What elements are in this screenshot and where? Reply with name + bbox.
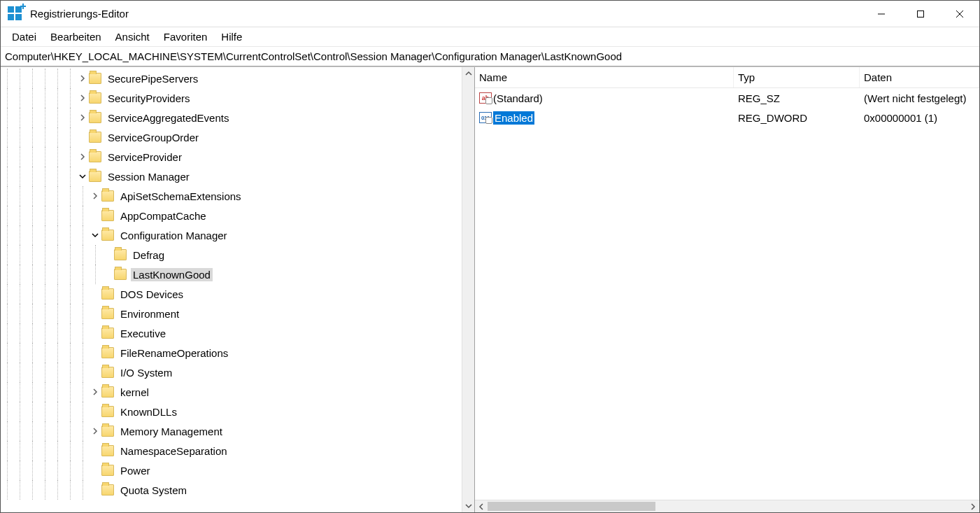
tree-pane: SecurePipeServersSecurityProvidersServic… <box>1 67 475 512</box>
folder-icon <box>89 151 101 162</box>
folder-icon <box>101 328 114 339</box>
tree-node-label: SecurityProviders <box>106 92 192 105</box>
window-controls <box>862 1 979 27</box>
chevron-right-icon[interactable] <box>76 94 89 101</box>
folder-icon <box>101 367 114 378</box>
folder-icon <box>101 406 114 417</box>
folder-icon <box>89 73 101 84</box>
tree-node[interactable]: Quota System <box>1 480 462 500</box>
value-row[interactable]: 011EnabledREG_DWORD0x00000001 (1) <box>475 108 979 127</box>
tree-node[interactable]: LastKnownGood <box>1 265 462 284</box>
tree-node[interactable]: Configuration Manager <box>1 225 462 245</box>
scroll-up-icon[interactable] <box>462 67 475 80</box>
folder-icon <box>101 445 114 456</box>
chevron-right-icon[interactable] <box>76 75 89 82</box>
menu-bearbeiten[interactable]: Bearbeiten <box>43 29 108 44</box>
chevron-right-icon[interactable] <box>76 153 89 160</box>
folder-icon <box>89 112 101 123</box>
tree-node[interactable]: Executive <box>1 323 462 343</box>
tree-node[interactable]: ServiceGroupOrder <box>1 127 462 147</box>
header-name[interactable]: Name <box>475 67 734 87</box>
tree-node[interactable]: ServiceAggregatedEvents <box>1 108 462 127</box>
tree-node-label: ServiceGroupOrder <box>106 131 201 144</box>
close-button[interactable] <box>940 1 979 27</box>
menu-datei[interactable]: Datei <box>5 29 43 44</box>
tree-node[interactable]: Defrag <box>1 245 462 265</box>
tree-node[interactable]: kernel <box>1 382 462 402</box>
scroll-left-icon[interactable] <box>475 500 488 513</box>
folder-icon <box>101 210 114 221</box>
hscroll-track[interactable] <box>488 500 967 512</box>
chevron-right-icon[interactable] <box>89 388 101 395</box>
tree-node-label: Power <box>118 464 152 477</box>
tree-node-label: Environment <box>118 307 181 321</box>
registry-editor-window: Registrierungs-Editor DateiBearbeitenAns… <box>0 0 980 513</box>
main-split: SecurePipeServersSecurityProvidersServic… <box>1 66 979 512</box>
tree-node[interactable]: SecurityProviders <box>1 88 462 108</box>
tree-node[interactable]: I/O System <box>1 363 462 382</box>
value-name: (Standard) <box>493 92 543 104</box>
tree-node[interactable]: Environment <box>1 304 462 323</box>
tree-node-label: Configuration Manager <box>118 229 229 242</box>
value-data: 0x00000001 (1) <box>860 112 979 124</box>
menu-hilfe[interactable]: Hilfe <box>214 29 249 44</box>
folder-icon <box>101 190 114 202</box>
values-header: Name Typ Daten <box>475 67 979 88</box>
tree-node[interactable]: AppCompatCache <box>1 206 462 225</box>
chevron-right-icon[interactable] <box>89 192 101 199</box>
value-data: (Wert nicht festgelegt) <box>860 92 979 104</box>
menu-ansicht[interactable]: Ansicht <box>108 29 157 44</box>
tree-node-label: SecurePipeServers <box>106 72 200 85</box>
tree-node[interactable]: KnownDLLs <box>1 402 462 421</box>
tree-node[interactable]: ApiSetSchemaExtensions <box>1 186 462 206</box>
folder-icon <box>89 132 101 143</box>
svg-rect-1 <box>918 10 924 17</box>
app-icon <box>8 6 23 22</box>
tree-node-label: ServiceAggregatedEvents <box>106 111 231 125</box>
chevron-right-icon[interactable] <box>76 114 89 121</box>
tree-node-label: ServiceProvider <box>106 150 184 164</box>
tree-node-label: DOS Devices <box>118 288 185 301</box>
hscroll-thumb[interactable] <box>488 502 655 511</box>
tree-node-label: FileRenameOperations <box>118 346 230 360</box>
registry-tree[interactable]: SecurePipeServersSecurityProvidersServic… <box>1 67 462 500</box>
tree-node[interactable]: FileRenameOperations <box>1 343 462 363</box>
address-text: Computer\HKEY_LOCAL_MACHINE\SYSTEM\Curre… <box>5 50 622 62</box>
tree-node-label: I/O System <box>118 366 174 379</box>
tree-scrollbar[interactable] <box>462 67 474 512</box>
values-hscrollbar[interactable] <box>475 500 979 512</box>
address-bar[interactable]: Computer\HKEY_LOCAL_MACHINE\SYSTEM\Curre… <box>1 47 979 66</box>
chevron-right-icon[interactable] <box>89 428 101 435</box>
scroll-down-icon[interactable] <box>462 500 475 512</box>
tree-node[interactable]: Session Manager <box>1 167 462 186</box>
chevron-down-icon[interactable] <box>89 232 101 239</box>
values-pane: Name Typ Daten ab(Standard)REG_SZ(Wert n… <box>475 67 979 512</box>
tree-node[interactable]: ServiceProvider <box>1 147 462 167</box>
folder-icon <box>89 171 101 182</box>
folder-icon <box>89 92 101 104</box>
maximize-button[interactable] <box>901 1 940 27</box>
tree-node[interactable]: SecurePipeServers <box>1 69 462 88</box>
scroll-right-icon[interactable] <box>967 500 979 513</box>
header-type[interactable]: Typ <box>734 67 860 87</box>
tree-node[interactable]: Power <box>1 461 462 480</box>
tree-node-label: Memory Management <box>118 425 225 438</box>
dword-value-icon: 011 <box>479 112 492 123</box>
value-type: REG_DWORD <box>734 112 860 124</box>
tree-node-label: NamespaceSeparation <box>118 444 229 458</box>
menu-favoriten[interactable]: Favoriten <box>157 29 215 44</box>
tree-node[interactable]: Memory Management <box>1 421 462 441</box>
window-title: Registrierungs-Editor <box>30 8 862 20</box>
tree-node-label: Quota System <box>118 484 189 497</box>
folder-icon <box>114 269 127 280</box>
header-data[interactable]: Daten <box>860 67 979 87</box>
minimize-button[interactable] <box>862 1 901 27</box>
values-list[interactable]: ab(Standard)REG_SZ(Wert nicht festgelegt… <box>475 88 979 500</box>
tree-node[interactable]: DOS Devices <box>1 284 462 304</box>
tree-node[interactable]: NamespaceSeparation <box>1 441 462 461</box>
folder-icon <box>101 465 114 476</box>
value-row[interactable]: ab(Standard)REG_SZ(Wert nicht festgelegt… <box>475 88 979 108</box>
chevron-down-icon[interactable] <box>76 173 89 180</box>
folder-icon <box>101 347 114 358</box>
folder-icon <box>101 288 114 300</box>
